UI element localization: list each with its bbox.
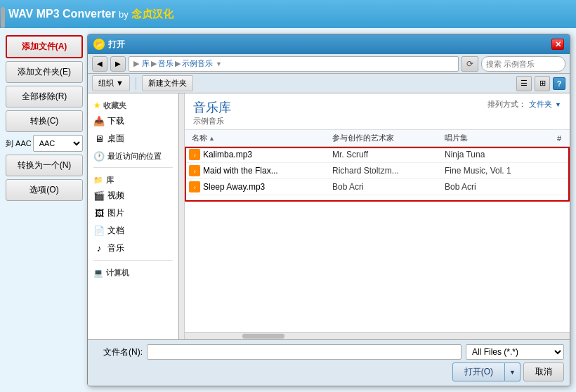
back-button[interactable]: ◀ [92, 56, 107, 72]
file-area: 音乐库 示例音乐 排列方式： 文件夹 ▼ 名称 ▲ [185, 93, 570, 339]
nav-scrollbar[interactable] [179, 93, 185, 339]
app-title-bar: WAV MP3 Converter by 念贞汉化 [0, 0, 576, 28]
forward-button[interactable]: ▶ [110, 56, 126, 72]
pictures-icon: 🖼 [93, 208, 105, 219]
add-file-button[interactable]: 添加文件(A) [6, 35, 83, 58]
computer-icon: 💻 [93, 268, 103, 277]
view-list-button[interactable]: ☰ [516, 76, 532, 91]
nav-item-downloads[interactable]: 📥 下载 [88, 112, 178, 130]
library-icon: 📁 [93, 176, 103, 185]
nav-pane-container: ★ 收藏夹 📥 下载 🖥 桌面 🕐 最近访 [88, 93, 185, 339]
toolbar-right: ☰ ⊞ ? [516, 76, 565, 91]
search-input[interactable] [486, 60, 570, 68]
view-grid-button[interactable]: ⊞ [535, 76, 550, 91]
nav-item-documents[interactable]: 📄 文档 [88, 222, 178, 240]
nav-item-recent[interactable]: 🕐 最近访问的位置 [88, 148, 178, 164]
music-icon: ♪ [93, 243, 105, 254]
sort-value[interactable]: 文件夹 [529, 99, 552, 110]
breadcrumb: ▶ 库 ▶ 音乐 ▶ 示例音乐 ▼ [129, 56, 459, 72]
toolbar-separator [136, 77, 136, 90]
filename-input[interactable] [147, 344, 462, 360]
sort-arrow-icon[interactable]: ▼ [555, 101, 561, 108]
organize-button[interactable]: 组织 ▼ [92, 75, 130, 91]
format-select[interactable]: AAC MP3 WAV FLAC [33, 135, 83, 152]
filetype-select[interactable]: All Files (*.*) [466, 344, 564, 360]
recent-label: 最近访问的位置 [107, 151, 162, 162]
column-headers: 名称 ▲ 参与创作的艺术家 唱片集 # [185, 130, 570, 147]
col-header-name[interactable]: 名称 ▲ [189, 131, 329, 145]
library-section: 📁 库 [88, 171, 178, 187]
sort-label: 排列方式： [487, 99, 526, 110]
file-row-2[interactable]: ♪ Maid with the Flax... Richard Stoltzm.… [185, 163, 570, 179]
dialog-close-button[interactable]: ✕ [551, 39, 564, 50]
convert-button[interactable]: 转换(C) [6, 110, 83, 132]
open-button[interactable]: 打开(O) [452, 362, 505, 381]
downloads-icon: 📥 [93, 116, 105, 127]
nav-divider2 [93, 260, 173, 261]
dialog-toolbar: 组织 ▼ 新建文件夹 ☰ ⊞ ? [88, 74, 570, 93]
app-title-author: 念贞汉化 [131, 8, 174, 20]
remove-all-button[interactable]: 全部移除(R) [6, 86, 83, 107]
documents-label: 文档 [107, 225, 124, 237]
recent-icon: 🕐 [93, 150, 105, 162]
desktop-label: 桌面 [107, 133, 124, 145]
col-header-artist[interactable]: 参与创作的艺术家 [329, 131, 442, 145]
col-header-num[interactable]: # [554, 131, 570, 145]
downloads-label: 下载 [107, 115, 124, 127]
favorites-label: 收藏夹 [103, 100, 126, 111]
dialog-icon: 📂 [93, 39, 105, 50]
file-row-3[interactable]: ♪ Sleep Away.mp3 Bob Acri Bob Acri 3 [185, 179, 570, 195]
new-folder-button[interactable]: 新建文件夹 [142, 75, 193, 91]
breadcrumb-library[interactable]: 库 [142, 58, 150, 69]
sort-controls: 排列方式： 文件夹 ▼ [487, 99, 561, 110]
file-icon-1: ♪ [189, 149, 200, 160]
app-title-text: WAV MP3 Converter [8, 8, 116, 20]
sidebar: 添加文件(A) 添加文件夹(E) 全部移除(R) 转换(C) 到 AAC AAC… [6, 34, 83, 386]
refresh-button[interactable]: ⟳ [462, 56, 478, 72]
breadcrumb-sample[interactable]: 示例音乐 [182, 58, 213, 69]
dialog-bottom: 文件名(N): All Files (*.*) 打开(O) ▼ 取消 [88, 339, 570, 386]
open-button-group: 打开(O) ▼ [452, 362, 521, 381]
file-artist-2: Richard Stoltzm... [329, 166, 442, 176]
options-button[interactable]: 选项(O) [6, 179, 83, 201]
nav-item-desktop[interactable]: 🖥 桌面 [88, 130, 178, 148]
nav-item-videos[interactable]: 🎬 视频 [88, 187, 178, 204]
file-name-2: ♪ Maid with the Flax... [189, 165, 329, 176]
file-list: ♪ Kalimba.mp3 Mr. Scruff Ninja Tuna 1 ♪ … [185, 147, 570, 332]
videos-icon: 🎬 [93, 190, 105, 202]
nav-item-music[interactable]: ♪ 音乐 [88, 240, 178, 257]
videos-label: 视频 [107, 190, 124, 202]
file-name-3: ♪ Sleep Away.mp3 [189, 181, 329, 192]
col-header-album[interactable]: 唱片集 [442, 131, 554, 145]
app-title-by: by [119, 9, 129, 20]
file-album-3: Bob Acri [442, 182, 554, 192]
library-title-block: 音乐库 示例音乐 [193, 99, 231, 126]
dialog-content: ★ 收藏夹 📥 下载 🖥 桌面 🕐 最近访 [88, 93, 570, 339]
app-title: WAV MP3 Converter by 念贞汉化 [8, 8, 174, 21]
add-folder-button[interactable]: 添加文件夹(E) [6, 61, 83, 83]
file-album-2: Fine Music, Vol. 1 [442, 166, 554, 176]
file-artist-3: Bob Acri [329, 182, 442, 192]
breadcrumb-part1: ▶ [133, 59, 139, 68]
nav-item-pictures[interactable]: 🖼 图片 [88, 204, 178, 222]
documents-icon: 📄 [93, 226, 105, 237]
library-title: 音乐库 [193, 99, 231, 116]
convert-to-one-button[interactable]: 转换为一个(N) [6, 155, 83, 176]
file-row-1[interactable]: ♪ Kalimba.mp3 Mr. Scruff Ninja Tuna 1 [185, 147, 570, 163]
file-name-1: ♪ Kalimba.mp3 [189, 149, 329, 160]
breadcrumb-dropdown-icon[interactable]: ▼ [216, 60, 222, 67]
app-window: WAV MP3 Converter by 念贞汉化 添加文件(A) 添加文件夹(… [0, 0, 576, 392]
search-box[interactable]: 🔍 [481, 56, 565, 72]
computer-label: 计算机 [106, 268, 129, 278]
cancel-button[interactable]: 取消 [523, 362, 564, 381]
file-dialog: 📂 打开 ✕ ◀ ▶ ▶ 库 ▶ 音乐 ▶ 示例音乐 ▼ [87, 34, 570, 386]
h-scrollbar[interactable] [185, 332, 570, 339]
computer-section: 💻 计算机 [88, 263, 178, 280]
file-icon-2: ♪ [189, 165, 200, 176]
file-artist-1: Mr. Scruff [329, 150, 442, 159]
open-dropdown-button[interactable]: ▼ [505, 362, 521, 381]
music-label: 音乐 [107, 242, 124, 254]
help-button[interactable]: ? [553, 77, 565, 90]
breadcrumb-music[interactable]: 音乐 [158, 58, 174, 69]
dialog-title-bar: 📂 打开 ✕ [88, 34, 570, 54]
